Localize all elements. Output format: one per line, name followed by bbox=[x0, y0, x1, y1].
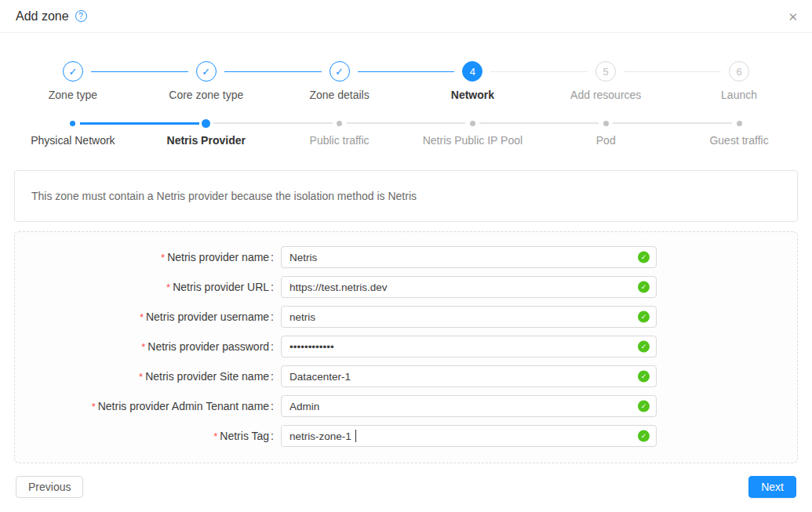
netris-provider-site-name-input[interactable] bbox=[281, 365, 657, 387]
substep-label: Netris Provider bbox=[140, 134, 273, 147]
field-label: *Netris provider URL: bbox=[15, 281, 274, 293]
form-row-netris-provider-url: *Netris provider URL:✓ bbox=[15, 276, 797, 298]
step-network: 4Network bbox=[406, 61, 539, 101]
valid-check-icon: ✓ bbox=[638, 371, 650, 383]
field-control: ✓ bbox=[281, 425, 657, 447]
previous-button[interactable]: Previous bbox=[16, 476, 83, 498]
step-label: Core zone type bbox=[140, 89, 273, 101]
required-asterisk: * bbox=[92, 401, 96, 412]
step-number-icon: 4 bbox=[462, 61, 482, 82]
step-label: Network bbox=[406, 89, 539, 101]
substep-dot-icon bbox=[70, 121, 75, 126]
valid-check-icon: ✓ bbox=[638, 430, 650, 442]
help-icon[interactable]: ? bbox=[75, 10, 87, 22]
network-sub-steps: Physical NetworkNetris ProviderPublic tr… bbox=[0, 118, 812, 147]
info-banner: This zone must contain a Netris provider… bbox=[14, 170, 798, 222]
required-asterisk: * bbox=[140, 311, 144, 323]
step-check-icon: ✓ bbox=[196, 61, 217, 82]
page-title: Add zone bbox=[16, 9, 69, 24]
field-label-colon: : bbox=[271, 340, 274, 353]
step-label: Launch bbox=[672, 89, 806, 101]
field-label: *Netris provider password: bbox=[15, 340, 274, 353]
substep-label: Pod bbox=[539, 134, 672, 147]
substep-dot-icon bbox=[603, 121, 609, 126]
field-label-colon: : bbox=[271, 281, 274, 293]
step-core-zone-type: ✓Core zone type bbox=[140, 61, 273, 101]
step-label: Zone details bbox=[273, 89, 406, 101]
substep-label: Netris Public IP Pool bbox=[406, 134, 539, 147]
substep-dot-icon bbox=[737, 121, 742, 126]
valid-check-icon: ✓ bbox=[638, 341, 650, 353]
step-zone-type: ✓Zone type bbox=[6, 61, 140, 101]
field-label-text: Netris provider Site name bbox=[145, 370, 269, 383]
form-row-netris-provider-username: *Netris provider username:✓ bbox=[15, 306, 797, 328]
dialog-footer: Previous Next bbox=[0, 463, 812, 498]
field-label-colon: : bbox=[271, 430, 274, 442]
field-label: *Netris provider Site name: bbox=[15, 370, 274, 383]
netris-provider-form: *Netris provider name:✓*Netris provider … bbox=[14, 231, 798, 463]
substep-label: Physical Network bbox=[6, 134, 140, 147]
field-label-colon: : bbox=[271, 400, 274, 412]
field-label-text: Netris provider Admin Tenant name bbox=[98, 400, 269, 412]
required-asterisk: * bbox=[139, 371, 143, 383]
field-label-colon: : bbox=[271, 310, 274, 323]
netris-tag-input[interactable] bbox=[281, 425, 657, 447]
netris-provider-username-input[interactable] bbox=[281, 306, 657, 328]
netris-provider-password-input[interactable] bbox=[281, 336, 657, 358]
field-label: *Netris Tag: bbox=[15, 430, 274, 442]
field-label-text: Netris provider URL bbox=[173, 281, 269, 293]
step-label: Add resources bbox=[539, 89, 672, 101]
step-number-icon: 6 bbox=[729, 61, 749, 82]
step-label: Zone type bbox=[6, 89, 140, 101]
form-row-netris-provider-admin-tenant-name: *Netris provider Admin Tenant name:✓ bbox=[15, 395, 797, 417]
required-asterisk: * bbox=[141, 341, 145, 353]
valid-check-icon: ✓ bbox=[638, 281, 650, 293]
substep-label: Public traffic bbox=[273, 134, 406, 147]
step-launch: 6Launch bbox=[672, 61, 806, 101]
step-zone-details: ✓Zone details bbox=[273, 61, 406, 101]
field-label: *Netris provider username: bbox=[15, 310, 274, 323]
valid-check-icon: ✓ bbox=[638, 401, 650, 412]
valid-check-icon: ✓ bbox=[638, 252, 650, 263]
netris-provider-url-input[interactable] bbox=[281, 276, 657, 298]
field-label-colon: : bbox=[271, 370, 274, 383]
close-icon[interactable]: ✕ bbox=[788, 10, 798, 22]
next-button[interactable]: Next bbox=[748, 476, 796, 498]
info-banner-text: This zone must contain a Netris provider… bbox=[31, 190, 417, 202]
form-row-netris-tag: *Netris Tag:✓ bbox=[15, 425, 797, 447]
field-control: ✓ bbox=[281, 276, 657, 298]
dialog-header: Add zone ? ✕ bbox=[0, 0, 812, 33]
field-control: ✓ bbox=[281, 365, 657, 387]
substep-dot-icon bbox=[202, 119, 210, 128]
step-check-icon: ✓ bbox=[63, 61, 83, 82]
step-check-icon: ✓ bbox=[330, 61, 350, 82]
substep-label: Guest traffic bbox=[672, 134, 806, 147]
field-label-text: Netris provider password bbox=[147, 340, 269, 353]
required-asterisk: * bbox=[166, 281, 170, 293]
field-label-text: Netris Tag bbox=[220, 430, 269, 442]
substep-dot-row bbox=[6, 118, 140, 128]
text-caret bbox=[355, 430, 356, 442]
form-row-netris-provider-name: *Netris provider name:✓ bbox=[15, 246, 797, 268]
form-row-netris-provider-site-name: *Netris provider Site name:✓ bbox=[15, 365, 797, 387]
field-control: ✓ bbox=[281, 395, 657, 417]
form-row-netris-provider-password: *Netris provider password:✓ bbox=[15, 336, 797, 358]
netris-provider-name-input[interactable] bbox=[281, 246, 657, 268]
field-label: *Netris provider name: bbox=[15, 251, 274, 263]
required-asterisk: * bbox=[213, 430, 217, 442]
field-label-text: Netris provider name bbox=[167, 251, 269, 263]
substep-dot-icon bbox=[470, 121, 475, 126]
netris-provider-admin-tenant-name-input[interactable] bbox=[281, 395, 657, 417]
field-control: ✓ bbox=[281, 306, 657, 328]
wizard-steps: ✓Zone type✓Core zone type✓Zone details4N… bbox=[0, 61, 812, 101]
substep-physical-network: Physical Network bbox=[6, 118, 140, 147]
step-number-icon: 5 bbox=[595, 61, 616, 82]
field-control: ✓ bbox=[281, 336, 657, 358]
field-label-text: Netris provider username bbox=[146, 310, 269, 323]
step-add-resources: 5Add resources bbox=[539, 61, 672, 101]
field-control: ✓ bbox=[281, 246, 657, 268]
substep-dot-icon bbox=[337, 121, 342, 126]
required-asterisk: * bbox=[161, 252, 165, 263]
valid-check-icon: ✓ bbox=[638, 311, 650, 323]
field-label-colon: : bbox=[271, 251, 274, 263]
